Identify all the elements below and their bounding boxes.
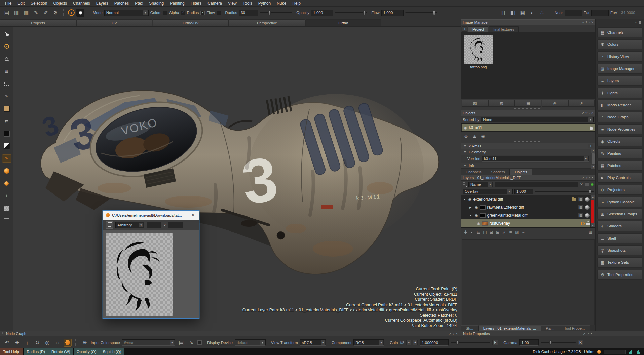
dock-splitter[interactable] [461,140,595,143]
palette-button-play-controls[interactable]: ►Play Controls [597,173,642,183]
layer-row-rustoverlay[interactable]: ◉ rustOverlay [461,219,595,227]
add-layer-button[interactable]: ✚ [464,230,468,235]
curve-editor-button[interactable]: ∿ [187,339,195,347]
frame-view-button[interactable]: ↓ [23,339,31,347]
palette-button-modo-render[interactable]: ◧Modo Render [597,100,642,110]
menu-file[interactable]: File [2,0,14,6]
brush-tool-icon[interactable]: ✎ [42,9,50,17]
flow-input[interactable]: 1.000 [381,10,404,16]
select-tool[interactable] [2,30,11,38]
close-icon[interactable]: ✕ [590,332,593,335]
objects-list[interactable]: ◉ k3-m11 [461,123,595,132]
paint-tool[interactable]: ✎ [2,92,11,100]
zoom-locator-tool[interactable] [2,42,11,50]
export-image-button[interactable]: ▨ [488,100,515,107]
dock-tab-shaders[interactable]: Sh... [461,325,479,331]
lock-icon[interactable] [586,223,590,225]
tattoo-thumbnail[interactable] [464,35,493,64]
crop-image-dialog[interactable]: C:/Users/emeline.rivault/Downloads/tat..… [103,210,199,319]
scroll-down-icon[interactable]: ▼ [591,223,595,227]
tab-projects[interactable]: Projects [0,19,76,26]
clear-search-icon[interactable]: ✕ [580,182,583,187]
close-icon[interactable]: ✕ [591,111,594,115]
toolbar-drag-handle[interactable] [550,9,551,16]
background-color-swatch[interactable] [2,130,11,138]
layer-expander-icon[interactable]: ▶ [469,206,473,209]
symmetry-icon[interactable]: ◫ [499,9,507,17]
toggle-visibility-button[interactable]: ◉ [480,133,486,139]
help-icon[interactable]: ? [587,332,589,335]
tab-uv[interactable]: UV [76,19,152,26]
tattoo-image[interactable] [106,233,173,316]
crop-mode-select[interactable]: Arbitrary▾ [115,222,144,228]
tab-perspective[interactable]: Perspective [229,19,305,26]
gamma-input[interactable]: 1.00 [519,339,539,346]
menu-python[interactable]: Python [255,0,274,6]
crop-width-input[interactable] [147,222,161,228]
opacity-slider[interactable] [335,12,367,13]
rotate-view-button[interactable]: ↻ [33,339,41,347]
add-object-button[interactable]: ⊕ [463,133,469,139]
layer-visibility-icon[interactable]: ◉ [477,221,480,226]
gain-decrement-button[interactable]: − [406,340,411,345]
image-manager-content[interactable]: tattoo.png [461,32,595,99]
help-icon[interactable]: ? [585,21,587,24]
layer-visibility-icon[interactable]: ◉ [468,197,472,202]
layers-scrollbar[interactable]: ▼ ▼ [590,195,595,227]
palette-button-shelf[interactable]: ▭Shelf [597,233,642,243]
gain-input[interactable]: 1.000000 [420,339,449,346]
palette-button-colors[interactable]: ✱Colors [597,39,642,49]
scrollbar-thumb[interactable] [591,200,594,223]
gain-increment-button[interactable]: + [413,340,418,345]
mask-preview-tool[interactable] [2,204,11,212]
undo-view-button[interactable]: ↶ [3,339,11,347]
palette-button-projectors[interactable]: ⊙Projectors [597,185,642,195]
layer-row-greenpainted[interactable]: ▼ ◉ greenPaintedMetal diff ▦ [461,211,595,219]
paint-through-tool[interactable]: ✎ [2,154,11,163]
close-icon[interactable]: ✕ [591,176,594,179]
paint-mode-select[interactable]: Normal▾ [104,10,149,16]
dock-tab-layers[interactable]: Layers - 01_exteriorMaterials_... [479,325,541,331]
sorted-by-select[interactable]: None▾ [481,117,594,122]
menu-channels[interactable]: Channels [70,0,93,6]
input-colorspace-select[interactable]: linear▾ [122,339,175,346]
tab-ortho[interactable]: Ortho [305,19,381,26]
object-section-header[interactable]: ▼ k3-m11 + [461,143,595,149]
projection-icon[interactable]: ◧ [509,9,517,17]
viewport-3d-canvas[interactable]: 3 3 VOKO [13,27,461,331]
image-tab-finaltextures[interactable]: finalTextures [489,26,519,32]
lasso-view-button[interactable]: ◌ [53,339,62,347]
palette-button-channels[interactable]: ▦Channels [597,27,642,37]
node-view-icon[interactable]: ∴ [538,9,546,17]
palette-button-patches[interactable]: ▦Patches [597,161,642,171]
flow-link-checkbox[interactable] [217,11,221,15]
menu-filters[interactable]: Filters [188,0,205,6]
radius-link-checkbox[interactable]: ✓ [200,11,205,15]
crop-image-area[interactable] [103,230,199,318]
dock-tab-painting[interactable]: Pai... [541,325,559,331]
duplicate-image-button[interactable]: ▤ [515,100,541,107]
duplicate-layer-button[interactable]: ⊞ [496,230,500,235]
crop-tool-button[interactable] [106,221,113,229]
save-project-icon[interactable]: ▥ [12,9,21,17]
objects-header[interactable]: Objects ↗?▫✕ [461,110,595,116]
palette-button-objects[interactable]: ◈Objects [597,136,642,146]
colorspace-toggle-checkbox[interactable] [197,340,202,345]
palette-button-shaders[interactable]: ◐Shaders [597,221,642,231]
add-adjustment-button[interactable]: ◐ [470,230,474,235]
image-manager-header[interactable]: Image Manager ↗?▫✕ [461,19,595,25]
object-visibility-icon[interactable]: ◉ [464,126,467,130]
layers-list[interactable]: ▼ ◉ exteriorMetal diff ▦ ▶ ◉ rawMetalExt… [461,195,595,228]
palette-button-node-graph[interactable]: ∴Node Graph [597,112,642,122]
transform-tool[interactable]: ▦ [2,67,11,75]
palette-button-python-console[interactable]: »Python Console [597,197,642,207]
help-icon[interactable]: ? [452,332,454,335]
dialog-close-button[interactable]: ✕ [187,211,199,220]
palette-button-image-manager[interactable]: ▨Image Manager [597,64,642,74]
near-input[interactable] [565,10,582,16]
menu-selection[interactable]: Selection [28,0,50,6]
layer-expander-icon[interactable]: ▼ [463,198,467,201]
dock-splitter[interactable] [461,237,595,239]
drag-handle-icon[interactable] [2,332,3,335]
menu-help[interactable]: Help [289,0,304,6]
